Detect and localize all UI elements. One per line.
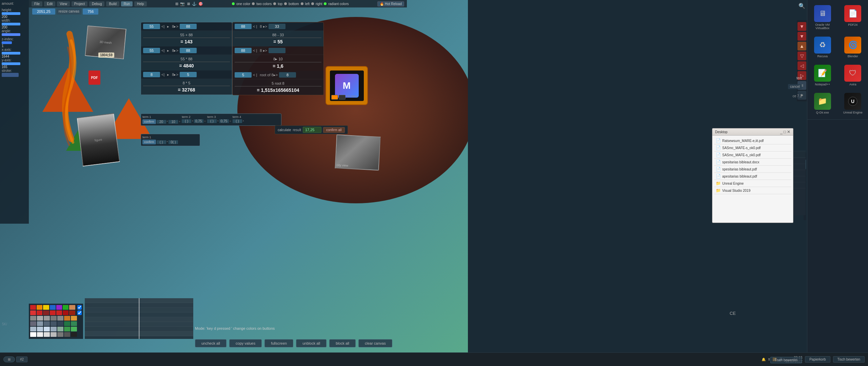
- term-2-input-a[interactable]: [182, 119, 191, 123]
- swatch-darkred3[interactable]: [69, 310, 75, 315]
- swatch-steelblue[interactable]: [51, 327, 57, 331]
- swatch-gray4[interactable]: [51, 316, 57, 321]
- popup-file-7[interactable]: 📁 Unreal Engine: [714, 180, 791, 187]
- right-value-display[interactable]: 756: [83, 8, 98, 15]
- swatch-lightblue[interactable]: [30, 327, 36, 331]
- swatch-blue2[interactable]: [44, 321, 50, 326]
- xaxis-slider[interactable]: [2, 52, 20, 55]
- math-r-right-3[interactable]: [279, 72, 296, 78]
- result-input[interactable]: [303, 127, 321, 133]
- swatch-red4[interactable]: [50, 310, 56, 315]
- math-r-left-1[interactable]: [235, 24, 252, 29]
- term-4-input-a[interactable]: [233, 119, 242, 123]
- swatch-gray3[interactable]: [44, 316, 50, 321]
- toolbar-tab-project[interactable]: Project: [72, 1, 87, 6]
- toolbar-icon-flame[interactable]: 🎯: [198, 2, 203, 6]
- swatch-darkred2[interactable]: [63, 310, 68, 315]
- math-left-3[interactable]: [143, 72, 160, 77]
- toolbar-tab-edit[interactable]: Edit: [44, 1, 55, 6]
- zindex-slider[interactable]: [2, 41, 12, 44]
- toolbar-icon-camera[interactable]: 📷: [180, 2, 185, 6]
- uncheck-all-button[interactable]: uncheck all: [195, 339, 226, 347]
- popup-file-1[interactable]: 📄 Ratsewsum_MARE-e,iit.pdf: [714, 137, 791, 144]
- popup-file-4[interactable]: 📄 spesitarias bibleaut.docx: [714, 159, 791, 166]
- popup-maximize-btn[interactable]: □: [784, 129, 786, 134]
- tisch-bewerten-btn[interactable]: Tisch bewerten: [770, 357, 802, 363]
- swatch-green4[interactable]: [71, 327, 77, 331]
- term-1-row2-input-a[interactable]: [157, 140, 166, 144]
- icon-red-1[interactable]: ▼: [797, 22, 806, 31]
- toolbar-icon-anchor[interactable]: ⚓: [192, 2, 197, 6]
- swatch-orange[interactable]: [37, 305, 42, 310]
- term-3-input-a[interactable]: [207, 119, 217, 123]
- math-right-2[interactable]: [180, 48, 197, 53]
- papierkorb-button[interactable]: Papierkorb: [805, 356, 830, 363]
- icon-red-4[interactable]: ◁: [797, 61, 806, 70]
- taskbar-item-1[interactable]: #2: [16, 357, 27, 362]
- popup-minimize-btn[interactable]: _: [780, 129, 783, 134]
- swatch-yellow[interactable]: [43, 305, 49, 310]
- swatch-red5[interactable]: [56, 310, 62, 315]
- popup-file-2[interactable]: 📄 SASmc_MAFE-s_ok0.pdf: [714, 144, 791, 151]
- term-1-input-b[interactable]: [169, 120, 178, 124]
- radio-top-label[interactable]: top: [278, 2, 282, 6]
- height-slider[interactable]: [2, 12, 20, 15]
- popup-close-btn-x[interactable]: ✕: [787, 129, 790, 134]
- math-left-2[interactable]: [143, 48, 160, 53]
- taskbar-start[interactable]: ⊞: [3, 357, 15, 362]
- toolbar-tab-build[interactable]: Build: [106, 1, 119, 6]
- swatch-gray2[interactable]: [37, 316, 43, 321]
- toolbar-icon-grid[interactable]: ⊞: [175, 2, 178, 6]
- math-r-left-2[interactable]: [235, 48, 252, 53]
- sidebar-app-pdf24[interactable]: 📄 PDF24: [839, 3, 866, 32]
- swatch-teal[interactable]: [64, 321, 70, 326]
- math-right-1[interactable]: [180, 24, 197, 29]
- sidebar-app-blender[interactable]: 🌀 Blender: [839, 35, 866, 60]
- search-icon[interactable]: 🔍: [798, 3, 805, 9]
- swatch-darkred[interactable]: [43, 310, 49, 315]
- sidebar-app-avira[interactable]: 🛡 Avira: [839, 63, 866, 88]
- swatch-offwhite[interactable]: [37, 332, 43, 337]
- swatch-navy[interactable]: [57, 321, 63, 326]
- swatch-gray1[interactable]: [30, 316, 36, 321]
- radio-two-colors-label[interactable]: two colors: [256, 2, 272, 6]
- fullscreen-button[interactable]: fullscreen: [264, 339, 293, 347]
- sidebar-app-notepadpp[interactable]: 📝 Notepad++: [809, 63, 836, 88]
- swatch-green[interactable]: [63, 305, 68, 310]
- radio-left-label[interactable]: left: [305, 2, 310, 6]
- swatch-sage[interactable]: [57, 327, 63, 331]
- resize-canvas-button[interactable]: resize canvas: [57, 8, 81, 15]
- copy-values-button[interactable]: copy values: [229, 339, 262, 347]
- section-canvas-button[interactable]: cancel: [788, 84, 802, 89]
- popup-file-5[interactable]: 📄 spesitarias bibleaut.pdf: [714, 166, 791, 173]
- confirm-all-button[interactable]: confirm all: [323, 127, 345, 133]
- toolbar-tab-debug[interactable]: Debug: [89, 1, 104, 6]
- swatch-verylightblue[interactable]: [44, 327, 50, 331]
- sidebar-app-unrealengine[interactable]: U Unreal Engine: [839, 91, 866, 116]
- radio-radiant-label[interactable]: radiant colors: [328, 2, 349, 6]
- term-1-row2-confirm[interactable]: confirm: [142, 140, 156, 144]
- popup-file-3[interactable]: 📄 SASmc_MAFE-s_ok0.pdf: [714, 151, 791, 159]
- clear-canvas-button[interactable]: clear canvas: [358, 339, 392, 347]
- swatch-green2[interactable]: [71, 321, 77, 326]
- toolbar-icon-screen[interactable]: 🖥: [186, 2, 190, 6]
- swatch-palblue[interactable]: [37, 327, 43, 331]
- term-1-input-a[interactable]: [157, 120, 166, 124]
- radio-bottom-label[interactable]: bottom: [289, 2, 299, 6]
- sidebar-app-qdir[interactable]: 📁 Q-Dir.exe: [809, 91, 836, 116]
- math-r-right-1[interactable]: [269, 24, 285, 29]
- math-r-left-3[interactable]: [235, 72, 252, 78]
- term-1-row2-input-b[interactable]: [169, 140, 178, 144]
- swatch-white[interactable]: [30, 332, 36, 337]
- math-right-3[interactable]: [180, 72, 197, 77]
- toolbar-tab-help[interactable]: Help: [134, 1, 147, 6]
- icon-red-3[interactable]: ▽: [797, 52, 806, 60]
- icon-orange-1[interactable]: ▲: [797, 42, 806, 50]
- sidebar-app-recuva[interactable]: ♻ Recuva: [809, 35, 836, 60]
- swatch-gray5[interactable]: [57, 316, 63, 321]
- popup-file-6[interactable]: 📄 apesitarias bibleaut.pdf: [714, 173, 791, 180]
- swatch-red3[interactable]: [37, 310, 42, 315]
- math-r-right-2[interactable]: [269, 48, 285, 53]
- swatch-silver[interactable]: [44, 332, 50, 337]
- hot-reload-button[interactable]: 🔥 Hot Reload: [377, 1, 404, 6]
